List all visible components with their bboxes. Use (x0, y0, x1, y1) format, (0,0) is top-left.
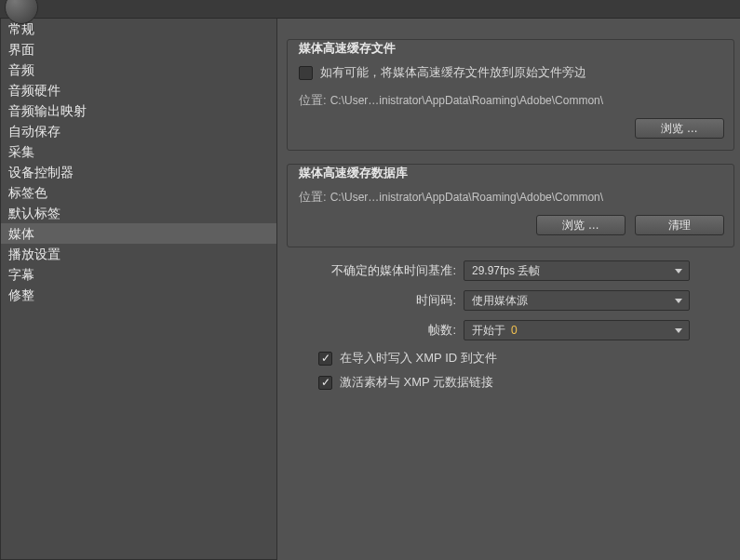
sidebar-item[interactable]: 默认标签 (1, 203, 276, 223)
sidebar-item[interactable]: 音频输出映射 (1, 100, 276, 121)
xmp-link-row: 激活素材与 XMP 元数据链接 (318, 374, 740, 391)
frames-value: 0 (511, 324, 518, 337)
save-next-to-originals-row: 如有可能，将媒体高速缓存文件放到原始文件旁边 (299, 64, 724, 81)
button-row: 浏览 … (299, 118, 724, 139)
save-next-to-originals-checkbox[interactable] (299, 66, 313, 80)
browse-cache-db-button[interactable]: 浏览 … (536, 215, 626, 235)
sidebar-item[interactable]: 修整 (1, 285, 276, 305)
xmp-link-checkbox[interactable] (318, 376, 332, 390)
timecode-label: 时间码: (287, 292, 456, 309)
group-title: 媒体高速缓存文件 (299, 40, 724, 57)
main-container: 常规界面音频音频硬件音频输出映射自动保存采集设备控制器标签色默认标签媒体播放设置… (0, 19, 740, 560)
checkbox-label: 如有可能，将媒体高速缓存文件放到原始文件旁边 (320, 64, 586, 81)
sidebar-item[interactable]: 标签色 (1, 182, 276, 203)
title-bar (0, 0, 740, 19)
cache-db-path: C:\User…inistrator\AppData\Roaming\Adobe… (330, 191, 603, 204)
checkbox-label: 在导入时写入 XMP ID 到文件 (340, 350, 497, 367)
media-cache-db-group: 媒体高速缓存数据库 位置: C:\User…inistrator\AppData… (287, 164, 734, 247)
timebase-select[interactable]: 29.97fps 丢帧 (464, 260, 690, 281)
sidebar-item[interactable]: 常规 (1, 19, 276, 39)
sidebar-item[interactable]: 音频 (1, 60, 276, 80)
cache-files-path: C:\User…inistrator\AppData\Roaming\Adobe… (330, 94, 603, 107)
select-prefix: 开始于 (472, 323, 505, 339)
select-value: 使用媒体源 (472, 293, 528, 309)
category-sidebar: 常规界面音频音频硬件音频输出映射自动保存采集设备控制器标签色默认标签媒体播放设置… (0, 19, 277, 560)
sidebar-item[interactable]: 界面 (1, 39, 276, 60)
clean-cache-db-button[interactable]: 清理 (635, 215, 724, 235)
sidebar-item[interactable]: 音频硬件 (1, 80, 276, 100)
media-cache-files-group: 媒体高速缓存文件 如有可能，将媒体高速缓存文件放到原始文件旁边 位置: C:\U… (287, 39, 734, 151)
sidebar-item[interactable]: 播放设置 (1, 244, 276, 264)
location-label: 位置: (299, 189, 327, 206)
xmp-write-row: 在导入时写入 XMP ID 到文件 (318, 350, 740, 367)
sidebar-item[interactable]: 采集 (1, 141, 276, 162)
timecode-row: 时间码: 使用媒体源 (287, 290, 740, 311)
button-row: 浏览 … 清理 (299, 215, 724, 235)
sidebar-item[interactable]: 字幕 (1, 264, 276, 285)
sidebar-item[interactable]: 自动保存 (1, 121, 276, 141)
location-row: 位置: C:\User…inistrator\AppData\Roaming\A… (299, 92, 724, 109)
browse-cache-files-button[interactable]: 浏览 … (635, 118, 724, 139)
xmp-write-checkbox[interactable] (318, 352, 332, 366)
group-title: 媒体高速缓存数据库 (299, 165, 724, 181)
frames-select[interactable]: 开始于 0 (464, 320, 690, 340)
timebase-row: 不确定的媒体时间基准: 29.97fps 丢帧 (287, 260, 740, 281)
sidebar-item[interactable]: 设备控制器 (1, 162, 276, 182)
sidebar-item[interactable]: 媒体 (1, 223, 276, 244)
location-row: 位置: C:\User…inistrator\AppData\Roaming\A… (299, 189, 724, 206)
timecode-select[interactable]: 使用媒体源 (464, 290, 690, 311)
checkbox-label: 激活素材与 XMP 元数据链接 (340, 374, 493, 391)
location-label: 位置: (299, 92, 327, 109)
timebase-label: 不确定的媒体时间基准: (287, 262, 456, 279)
frames-row: 帧数: 开始于 0 (287, 320, 740, 340)
select-value: 29.97fps 丢帧 (472, 263, 540, 279)
frames-label: 帧数: (287, 322, 456, 339)
media-preferences-panel: 媒体高速缓存文件 如有可能，将媒体高速缓存文件放到原始文件旁边 位置: C:\U… (277, 19, 740, 560)
